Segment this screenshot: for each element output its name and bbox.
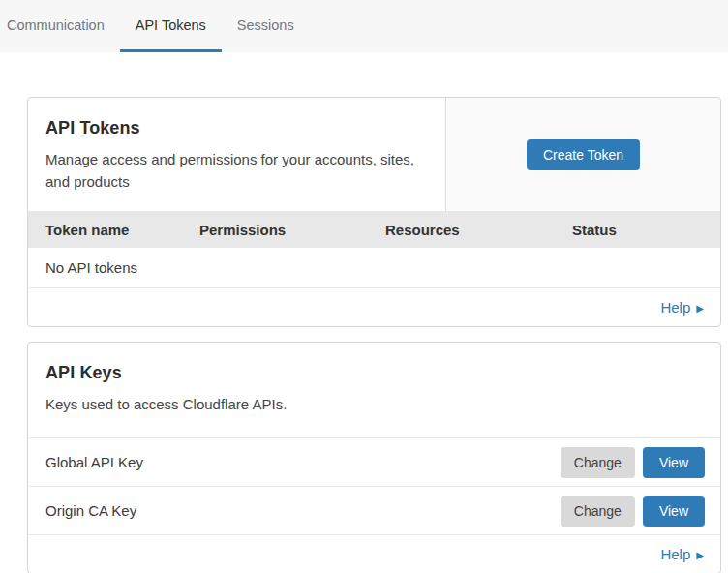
api-tokens-help-link[interactable]: Help ▶ — [660, 299, 704, 316]
column-resources: Resources — [385, 222, 572, 238]
tab-api-tokens[interactable]: API Tokens — [120, 0, 222, 52]
api-keys-card: API Keys Keys used to access Cloudflare … — [27, 342, 721, 573]
key-row-global-api-key: Global API Key Change View — [28, 438, 720, 487]
view-origin-ca-key-button[interactable]: View — [643, 496, 705, 527]
key-row-actions: Change View — [561, 496, 705, 527]
change-global-api-key-button[interactable]: Change — [561, 447, 635, 478]
help-link-label: Help — [660, 546, 690, 562]
api-tokens-card-actions: Create Token — [445, 98, 720, 211]
key-name: Origin CA Key — [46, 502, 136, 519]
help-arrow-icon: ▶ — [696, 303, 704, 314]
help-arrow-icon: ▶ — [696, 550, 704, 560]
api-keys-card-header: API Keys Keys used to access Cloudflare … — [28, 343, 720, 438]
api-tokens-card-header: API Tokens Manage access and permissions… — [28, 98, 720, 211]
column-permissions: Permissions — [199, 222, 385, 238]
api-tokens-description: Manage access and permissions for your a… — [46, 148, 428, 194]
column-status: Status — [572, 222, 720, 238]
api-keys-description: Keys used to access Cloudflare APIs. — [46, 393, 429, 415]
key-row-actions: Change View — [561, 447, 705, 478]
api-tokens-card-footer: Help ▶ — [28, 288, 720, 326]
tokens-empty-state: No API tokens — [28, 248, 720, 288]
api-tokens-title: API Tokens — [46, 118, 428, 138]
tab-communication[interactable]: Communication — [6, 0, 120, 52]
tab-sessions[interactable]: Sessions — [222, 0, 310, 52]
column-token-name: Token name — [28, 222, 199, 238]
create-token-button[interactable]: Create Token — [527, 139, 640, 170]
help-link-label: Help — [660, 299, 690, 316]
api-tokens-card-intro: API Tokens Manage access and permissions… — [28, 98, 445, 211]
key-name: Global API Key — [46, 454, 143, 470]
key-row-origin-ca-key: Origin CA Key Change View — [28, 487, 720, 535]
tokens-table-header: Token name Permissions Resources Status — [28, 211, 720, 248]
api-keys-help-link[interactable]: Help ▶ — [660, 546, 704, 562]
api-tokens-card: API Tokens Manage access and permissions… — [27, 97, 721, 327]
view-global-api-key-button[interactable]: View — [643, 447, 705, 478]
change-origin-ca-key-button[interactable]: Change — [561, 496, 635, 527]
api-keys-title: API Keys — [46, 363, 703, 383]
settings-tab-bar: Communication API Tokens Sessions — [0, 0, 728, 52]
api-keys-card-footer: Help ▶ — [28, 535, 720, 573]
